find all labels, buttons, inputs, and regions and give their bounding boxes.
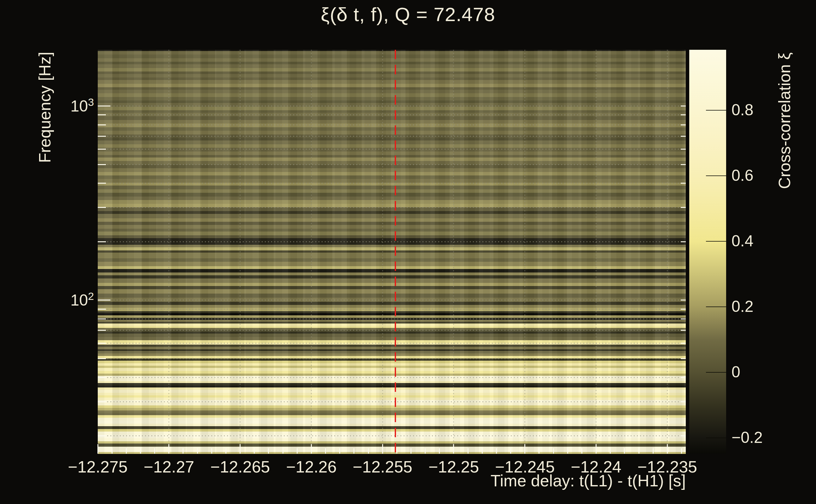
freq-tick-right: [681, 114, 686, 115]
time-tick-minor: [240, 448, 241, 454]
time-tick-minor: [496, 448, 497, 454]
freq-tick-right: [681, 183, 686, 184]
marker-line: [395, 50, 396, 454]
time-tick-minor: [368, 448, 369, 454]
time-tick-minor: [297, 448, 298, 454]
freq-tick-left: [98, 377, 106, 378]
time-tick-minor: [311, 448, 312, 454]
freq-tick-left: [98, 330, 106, 331]
freq-tick-left: [98, 358, 106, 359]
colorbar-tick-label: 0.4: [732, 232, 813, 250]
freq-tick-left: [98, 241, 106, 242]
time-tick-minor: [112, 448, 112, 454]
freq-tick-left: [98, 124, 106, 125]
time-tick-minor: [382, 448, 383, 454]
colorbar-tick-label: 0.8: [732, 101, 813, 119]
time-tick-minor: [581, 448, 582, 454]
time-tick-minor: [667, 448, 668, 454]
time-tick-minor: [339, 448, 340, 454]
figure: ξ(δ t, f), Q = 72.478 Frequency [Hz] 0.8…: [0, 0, 816, 504]
colorbar-tick: [706, 306, 726, 307]
time-tick-minor: [325, 448, 326, 454]
freq-tick-right: [681, 309, 686, 310]
time-tick-minor: [154, 448, 155, 454]
time-tick-minor: [254, 448, 255, 454]
freq-tick-right: [681, 149, 686, 150]
time-tick-minor: [510, 448, 511, 454]
freq-tick-right: [681, 435, 686, 436]
freq-tick-right: [681, 330, 686, 331]
freq-tick-left: [98, 300, 110, 301]
time-tick-minor: [140, 448, 141, 454]
time-tick-minor: [283, 448, 284, 454]
time-tick-minor: [468, 448, 468, 454]
time-tick-minor: [411, 448, 411, 454]
time-tick-minor: [624, 448, 625, 454]
freq-tick-left: [98, 207, 106, 208]
heatmap-plot: [98, 50, 686, 454]
time-tick-minor: [482, 448, 483, 454]
freq-tick-right: [681, 106, 686, 106]
time-tick-minor: [226, 448, 227, 454]
time-tick-minor: [126, 448, 127, 454]
time-tick-minor: [567, 448, 568, 454]
freq-tick-right: [681, 343, 686, 344]
time-tick-minor: [553, 448, 554, 454]
time-tick-minor: [268, 448, 269, 454]
colorbar-tick: [706, 175, 726, 176]
freq-tick-left: [98, 318, 106, 319]
colorbar-tick: [706, 372, 726, 373]
time-tick-minor: [211, 448, 212, 454]
y-tick-label: 103: [18, 96, 94, 115]
time-tick-minor: [681, 448, 682, 454]
freq-tick-left: [98, 309, 106, 310]
time-tick-minor: [453, 448, 454, 454]
freq-tick-left: [98, 149, 106, 150]
time-tick-minor: [168, 448, 169, 454]
freq-tick-right: [681, 377, 686, 378]
x-axis-title: Time delay: t(L1) - t(H1) [s]: [402, 471, 686, 490]
time-tick-minor: [439, 448, 440, 454]
freq-tick-left: [98, 114, 106, 115]
freq-tick-right: [681, 358, 686, 359]
time-tick-minor: [425, 448, 426, 454]
time-tick-minor: [524, 448, 525, 454]
freq-tick-right: [681, 401, 686, 402]
plot-title: ξ(δ t, f), Q = 72.478: [0, 3, 816, 26]
freq-tick-right: [681, 241, 686, 242]
colorbar-tick-label: −0.2: [732, 428, 813, 447]
time-tick-minor: [595, 448, 596, 454]
freq-tick-left: [98, 106, 110, 106]
time-tick-minor: [197, 448, 198, 454]
y-tick-label: 102: [18, 290, 94, 309]
freq-tick-right: [681, 318, 686, 319]
time-tick-minor: [610, 448, 611, 454]
time-tick-minor: [182, 448, 183, 454]
time-tick-minor: [538, 448, 539, 454]
freq-tick-right: [681, 124, 686, 125]
time-tick-minor: [639, 448, 640, 454]
time-tick-major: [97, 444, 98, 454]
freq-tick-right: [681, 300, 686, 301]
freq-tick-right: [681, 207, 686, 208]
freq-tick-right: [681, 164, 686, 165]
time-tick-minor: [353, 448, 354, 454]
freq-tick-left: [98, 435, 106, 436]
colorbar-tick: [706, 241, 726, 242]
freq-tick-left: [98, 136, 106, 137]
colorbar-title: Cross-correlation ξ: [775, 38, 794, 189]
colorbar-tick-label: 0.6: [732, 166, 813, 185]
time-tick-minor: [653, 448, 654, 454]
colorbar-tick-label: 0.2: [732, 297, 813, 316]
freq-tick-left: [98, 183, 106, 184]
colorbar-tick-label: 0: [732, 363, 813, 381]
freq-tick-left: [98, 343, 106, 344]
freq-tick-right: [681, 136, 686, 137]
colorbar-tick: [706, 438, 726, 438]
freq-tick-left: [98, 164, 106, 165]
freq-tick-left: [98, 401, 106, 402]
colorbar-tick: [706, 110, 726, 111]
axis-edge-ticks: [98, 50, 686, 454]
time-tick-minor: [396, 448, 397, 454]
